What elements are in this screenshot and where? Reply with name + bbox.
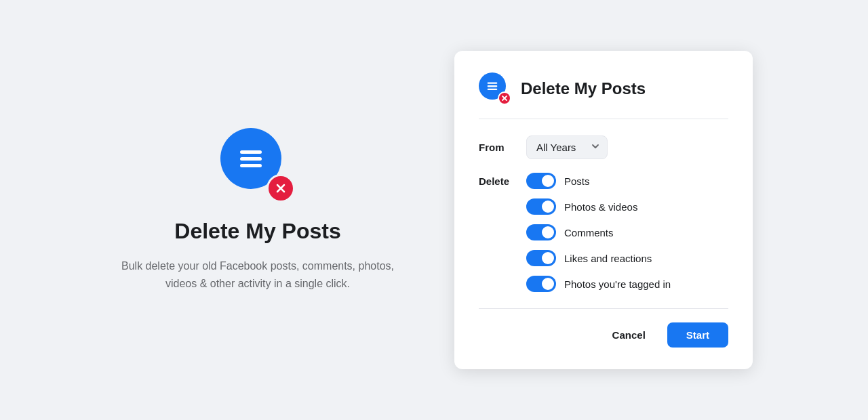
dialog-title: Delete My Posts	[521, 79, 646, 98]
start-button[interactable]: Start	[667, 322, 728, 348]
delete-badge-icon	[267, 174, 295, 203]
toggle-list: Posts Photos & videos Comments	[526, 173, 728, 292]
toggle-likes[interactable]	[526, 250, 556, 266]
toggle-item-photos: Photos & videos	[526, 198, 728, 215]
svg-rect-7	[488, 89, 498, 90]
left-description: Bulk delete your old Facebook posts, com…	[115, 257, 400, 292]
toggle-posts[interactable]	[526, 173, 556, 189]
toggle-comments-label: Comments	[564, 227, 614, 238]
app-icon-container	[220, 128, 295, 203]
toggle-photos[interactable]	[526, 198, 556, 215]
dialog-header: Delete My Posts	[479, 72, 728, 119]
dialog-delete-badge-icon	[498, 91, 511, 105]
dialog-footer: Cancel Start	[479, 308, 728, 348]
toggle-tagged[interactable]	[526, 276, 556, 292]
toggle-tagged-label: Photos you're tagged in	[564, 278, 671, 290]
toggle-likes-label: Likes and reactions	[564, 253, 652, 264]
from-label: From	[479, 142, 526, 153]
svg-rect-5	[488, 83, 498, 84]
year-select-wrapper[interactable]: All Years 2024 2023 2022 2021 2020 2019 …	[526, 135, 608, 159]
left-panel: Delete My Posts Bulk delete your old Fac…	[115, 128, 400, 292]
dialog: Delete My Posts From All Years 2024 2023…	[454, 51, 753, 369]
svg-rect-1	[240, 157, 262, 161]
toggle-item-posts: Posts	[526, 173, 728, 189]
toggle-item-likes: Likes and reactions	[526, 250, 728, 266]
delete-label: Delete	[479, 173, 526, 292]
from-row: From All Years 2024 2023 2022 2021 2020 …	[479, 135, 728, 159]
dialog-icon-container	[479, 72, 511, 105]
list-icon	[235, 142, 267, 175]
year-select[interactable]: All Years 2024 2023 2022 2021 2020 2019 …	[526, 135, 608, 159]
delete-section: Delete Posts Photos & videos	[479, 173, 728, 292]
cancel-button[interactable]: Cancel	[599, 322, 659, 348]
svg-rect-0	[240, 150, 262, 154]
toggle-posts-label: Posts	[564, 175, 590, 187]
toggle-comments[interactable]	[526, 224, 556, 240]
toggle-photos-label: Photos & videos	[564, 201, 637, 213]
main-container: Delete My Posts Bulk delete your old Fac…	[0, 0, 868, 420]
toggle-item-tagged: Photos you're tagged in	[526, 276, 728, 292]
left-title: Delete My Posts	[174, 219, 340, 244]
svg-rect-2	[240, 164, 262, 167]
dialog-list-icon	[485, 79, 500, 93]
toggle-item-comments: Comments	[526, 224, 728, 240]
svg-rect-6	[488, 85, 498, 87]
